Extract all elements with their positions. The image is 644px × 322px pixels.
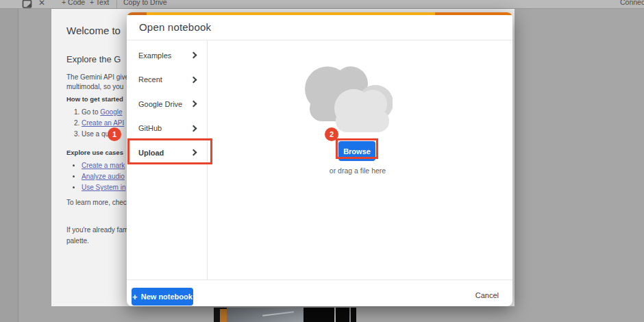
chevron-right-icon [190,125,197,132]
step-text: Use a qui [82,130,110,138]
step-item: Create an API [82,118,124,129]
plus-icon: + [132,292,138,302]
section-heading: Explore the G [66,54,121,64]
open-notebook-dialog: Open notebook Examples Recent Google Dri… [127,12,512,306]
new-notebook-label: New notebook [141,293,193,301]
step-item: Go to Google [82,107,124,118]
chevron-right-icon [190,149,197,156]
sidebar-item-recent[interactable]: Recent [127,68,207,92]
chevron-right-icon [190,52,197,59]
sidebar-item-label: Examples [127,51,171,60]
annotation-step-badge: 1 [108,127,121,141]
dialog-sidebar: Examples Recent Google Drive GitHub Uplo… [127,40,208,280]
notebook-image-thumbnail [214,308,356,322]
photo-detail [334,308,336,322]
sidebar-item-upload[interactable]: Upload [127,140,207,165]
insert-image-icon[interactable] [22,0,32,12]
system-link[interactable]: Use System in [82,184,125,191]
upload-cloud-icon [304,62,393,134]
annotation-step-badge: 2 [325,127,338,141]
step-text: Go to [82,108,100,116]
create-link[interactable]: Create a mark [82,162,125,169]
sidebar-item-label: GitHub [127,124,162,132]
list-item: Analyze audio [82,171,125,182]
cancel-button[interactable]: Cancel [475,291,499,299]
use-cases-heading: Explore use cases [66,149,123,156]
intro-line: multimodal, so you [66,82,129,92]
chevron-right-icon [190,76,197,83]
sidebar-item-label: Upload [127,149,164,157]
loading-progress-bar [127,12,512,15]
analyze-link[interactable]: Analyze audio [82,173,125,180]
loader-segment [147,12,435,15]
toolbar-divider [116,0,117,8]
intro-paragraph: The Gemini API give multimodal, so you [66,73,129,91]
connect-button[interactable]: Connect [620,0,644,7]
intro-line: The Gemini API give [66,73,129,82]
sidebar-item-github[interactable]: GitHub [127,116,207,141]
close-icon[interactable]: ✕ [38,0,45,8]
outro-line: If you're already fam [66,225,128,236]
outro-line: palette. [66,236,128,247]
photo-detail [349,308,351,322]
photo-detail [304,308,356,322]
get-started-heading: How to get started [66,95,123,103]
use-case-list: Create a mark Analyze audio Use System i… [66,160,125,193]
sidebar-item-label: Recent [127,75,162,84]
photo-detail [220,309,227,322]
new-notebook-button[interactable]: + New notebook [132,288,193,306]
chevron-right-icon [190,101,197,108]
footer-divider [127,280,512,280]
sidebar-item-examples[interactable]: Examples [127,43,207,68]
drag-file-hint: or drag a file here [299,166,416,175]
photo-detail [227,308,304,322]
photo-detail [262,311,294,317]
create-api-key-link[interactable]: Create an API [82,119,124,127]
learn-more-text: To learn more, chec [66,199,127,206]
notebook-toolbar: ✕ + Code + Text Copy to Drive Connect [0,0,644,9]
add-code-button[interactable]: + Code [62,0,85,7]
outro-paragraph: If you're already fam palette. [66,225,128,247]
google-link[interactable]: Google [100,108,122,116]
sidebar-item-google-drive[interactable]: Google Drive [127,92,207,116]
left-rail [0,9,18,322]
copy-to-drive-button[interactable]: Copy to Drive [123,0,167,7]
list-item: Use System in [82,182,125,193]
add-text-button[interactable]: + Text [90,0,109,7]
notebook-title: Welcome to [66,25,121,36]
list-item: Create a mark [82,160,125,171]
sidebar-item-label: Google Drive [127,100,182,108]
dialog-title: Open notebook [139,21,211,33]
loader-segment [127,12,147,15]
browse-button[interactable]: Browse [338,141,375,161]
loader-segment [435,12,512,15]
